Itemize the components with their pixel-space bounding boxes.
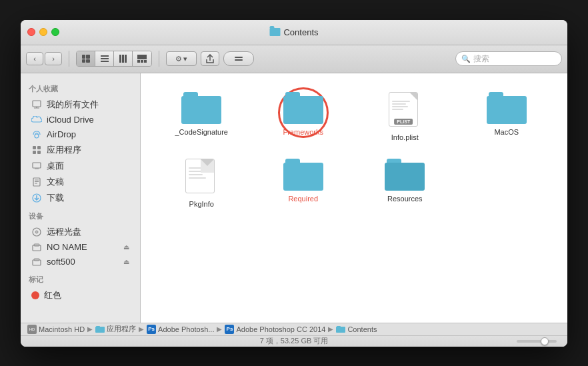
search-box[interactable]: 🔍 搜索 bbox=[455, 51, 562, 66]
title-folder-icon bbox=[269, 28, 280, 36]
sidebar-item-icloud[interactable]: iCloud Drive bbox=[23, 113, 137, 127]
sidebar-item-remotedisk[interactable]: 远程光盘 bbox=[23, 224, 137, 240]
plist-icon: PLIST bbox=[389, 92, 421, 129]
breadcrumb-sep-1: ▶ bbox=[87, 325, 93, 333]
info-bar: 7 项，53.25 GB 可用 bbox=[21, 336, 567, 347]
apps-folder-bc-icon bbox=[95, 326, 105, 333]
sidebar-item-airdrop[interactable]: AirDrop bbox=[23, 127, 137, 142]
file-item-codesignature[interactable]: _CodeSignature bbox=[154, 87, 249, 147]
coverflow-icon bbox=[137, 55, 147, 63]
svg-rect-2 bbox=[235, 59, 243, 61]
separator-1 bbox=[69, 51, 69, 67]
gear-icon: ⚙ bbox=[175, 55, 182, 63]
codesignature-label: _CodeSignature bbox=[175, 128, 228, 136]
breadcrumb-hd-label: Macintosh HD bbox=[39, 325, 85, 333]
eject-soft500-icon[interactable]: ⏏ bbox=[123, 258, 129, 265]
titlebar: Contents bbox=[21, 20, 567, 45]
sidebar-label-desktop: 桌面 bbox=[47, 160, 64, 172]
file-item-resources[interactable]: Resources bbox=[357, 153, 453, 213]
view-columns-button[interactable] bbox=[114, 51, 133, 66]
maximize-button[interactable] bbox=[51, 28, 59, 36]
red-tag-dot bbox=[31, 291, 39, 299]
breadcrumb-contents-label: Contents bbox=[347, 325, 377, 333]
list-icon bbox=[101, 55, 109, 62]
breadcrumb-contents[interactable]: Contents bbox=[336, 325, 377, 333]
soft500-icon bbox=[31, 257, 42, 267]
sidebar-item-soft500[interactable]: soft500 ⏏ bbox=[23, 255, 137, 269]
macos-folder-icon bbox=[487, 92, 527, 124]
sidebar-item-noname[interactable]: NO NAME ⏏ bbox=[23, 240, 137, 255]
downloads-icon bbox=[31, 193, 42, 203]
sidebar-label-remotedisk: 远程光盘 bbox=[47, 226, 81, 238]
breadcrumb-apps[interactable]: 应用程序 bbox=[95, 324, 136, 334]
sidebar-item-red-tag[interactable]: 红色 bbox=[23, 287, 137, 303]
sidebar-label-downloads: 下载 bbox=[47, 192, 64, 204]
desktop-icon bbox=[31, 161, 42, 171]
hd-icon: HD bbox=[27, 325, 37, 334]
sidebar-section-devices: 设备 bbox=[21, 206, 140, 224]
sidebar-label-apps: 应用程序 bbox=[47, 144, 81, 156]
forward-button[interactable]: › bbox=[45, 52, 62, 65]
file-item-infoplist[interactable]: PLIST Info.plist bbox=[357, 87, 453, 147]
ps-icon: Ps bbox=[147, 325, 156, 334]
forward-icon: › bbox=[52, 55, 55, 63]
file-item-required[interactable]: Required bbox=[256, 153, 351, 213]
pkginfo-label: PkgInfo bbox=[189, 200, 214, 208]
sidebar-label-icloud: iCloud Drive bbox=[47, 115, 94, 125]
breadcrumb-ps2014[interactable]: Ps Adobe Photoshop CC 2014 bbox=[225, 325, 325, 334]
svg-point-21 bbox=[36, 231, 37, 233]
codesignature-folder-icon bbox=[181, 92, 221, 124]
search-icon: 🔍 bbox=[461, 55, 471, 63]
frameworks-folder-icon bbox=[283, 92, 323, 124]
resources-label: Resources bbox=[387, 195, 423, 203]
remotedisk-icon bbox=[31, 227, 42, 237]
back-button[interactable]: ‹ bbox=[26, 52, 43, 65]
zoom-slider[interactable] bbox=[517, 340, 557, 343]
close-button[interactable] bbox=[27, 28, 35, 36]
search-placeholder: 搜索 bbox=[473, 53, 489, 65]
sidebar-label-red: 红色 bbox=[44, 289, 61, 301]
file-item-macos[interactable]: MacOS bbox=[459, 87, 555, 147]
separator-2 bbox=[159, 51, 159, 67]
eject-noname-icon[interactable]: ⏏ bbox=[123, 243, 129, 251]
sidebar-item-allfiles[interactable]: 我的所有文件 bbox=[23, 97, 137, 113]
window-title: Contents bbox=[283, 27, 318, 37]
airdrop-icon bbox=[31, 129, 42, 140]
svg-rect-10 bbox=[37, 151, 41, 154]
view-list-button[interactable] bbox=[95, 51, 114, 66]
grid-icon bbox=[82, 55, 90, 63]
sidebar-label-docs: 文稿 bbox=[47, 176, 64, 188]
file-item-pkginfo[interactable]: PkgInfo bbox=[154, 153, 249, 213]
zoom-thumb[interactable] bbox=[541, 337, 549, 345]
sidebar-item-apps[interactable]: 应用程序 bbox=[23, 142, 137, 158]
sidebar-label-noname: NO NAME bbox=[47, 242, 87, 252]
breadcrumb-bar: HD Macintosh HD ▶ 应用程序 ▶ Ps Adobe Photos… bbox=[21, 323, 567, 336]
back-icon: ‹ bbox=[33, 55, 36, 63]
tag-button[interactable] bbox=[223, 51, 254, 66]
minimize-button[interactable] bbox=[39, 28, 47, 36]
sidebar-label-soft500: soft500 bbox=[47, 257, 75, 267]
window-title-area: Contents bbox=[269, 27, 318, 37]
breadcrumb-photoshop[interactable]: Ps Adobe Photosh... bbox=[147, 325, 214, 334]
view-coverflow-button[interactable] bbox=[133, 51, 151, 66]
svg-rect-9 bbox=[33, 151, 36, 154]
sidebar-item-docs[interactable]: 文稿 bbox=[23, 174, 137, 190]
breadcrumb-hd[interactable]: HD Macintosh HD bbox=[27, 325, 85, 334]
status-bar: HD Macintosh HD ▶ 应用程序 ▶ Ps Adobe Photos… bbox=[21, 323, 567, 347]
svg-rect-1 bbox=[235, 57, 243, 58]
breadcrumb-photoshop-label: Adobe Photosh... bbox=[158, 325, 214, 333]
ps2014-icon: Ps bbox=[225, 325, 234, 334]
required-label: Required bbox=[288, 195, 318, 203]
file-item-frameworks[interactable]: Frameworks bbox=[256, 87, 351, 147]
apps-icon bbox=[31, 145, 42, 155]
share-button[interactable] bbox=[201, 51, 219, 66]
action-button[interactable]: ⚙ ▾ bbox=[166, 51, 197, 66]
status-info: 7 项，53.25 GB 可用 bbox=[260, 336, 329, 346]
sidebar-item-downloads[interactable]: 下载 bbox=[23, 190, 137, 206]
svg-rect-11 bbox=[33, 163, 41, 168]
traffic-lights bbox=[27, 28, 59, 36]
view-icon-button[interactable] bbox=[77, 51, 95, 66]
sidebar-item-desktop[interactable]: 桌面 bbox=[23, 158, 137, 174]
svg-rect-8 bbox=[37, 146, 41, 149]
dropdown-arrow-icon: ▾ bbox=[183, 55, 187, 63]
